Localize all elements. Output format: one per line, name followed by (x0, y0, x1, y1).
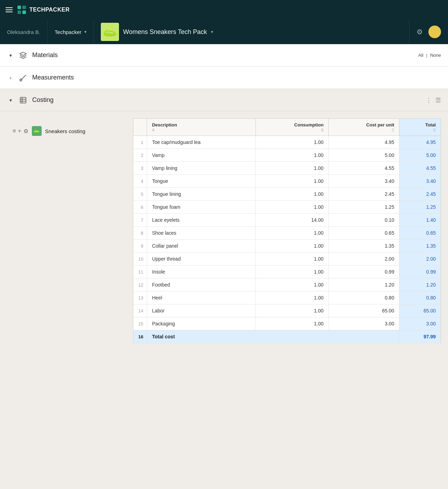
cell-cost-per-unit[interactable]: 3.40 (329, 175, 399, 188)
cell-cost-per-unit[interactable]: 1.20 (329, 278, 399, 291)
cell-description[interactable]: Packaging (147, 317, 255, 330)
cell-consumption[interactable]: 1.00 (255, 266, 329, 278)
add-row-icon[interactable]: + (18, 128, 21, 134)
cell-total[interactable]: 3.40 (399, 175, 441, 188)
col-description-header[interactable]: Description A (147, 119, 255, 136)
table-row[interactable]: 3 Vamp lining 1.00 4.55 4.55 (133, 162, 441, 175)
cell-total[interactable]: 1.20 (399, 278, 441, 291)
cell-cost-per-unit[interactable]: 1.25 (329, 201, 399, 214)
cell-description[interactable]: Vamp lining (147, 162, 255, 175)
cell-total[interactable]: 2.00 (399, 253, 441, 266)
costing-item[interactable]: ≡ + ⚙ Sneakers costing (7, 123, 133, 139)
cell-description[interactable]: Tongue lining (147, 188, 255, 201)
cell-row-num: 15 (133, 317, 147, 330)
table-row[interactable]: 12 Footbed 1.00 1.20 1.20 (133, 278, 441, 291)
cell-description[interactable]: Tongue (147, 175, 255, 188)
table-row[interactable]: 11 Insole 1.00 0.99 0.99 (133, 266, 441, 278)
cell-cost-per-unit[interactable]: 0.80 (329, 291, 399, 304)
settings-item-icon[interactable]: ⚙ (23, 128, 28, 135)
cell-total[interactable]: 2.45 (399, 188, 441, 201)
cell-description[interactable]: Insole (147, 266, 255, 278)
cell-consumption[interactable]: 1.00 (255, 201, 329, 214)
cell-description[interactable]: Shoe laces (147, 227, 255, 240)
cell-description[interactable]: Heel (147, 291, 255, 304)
costing-list-icon[interactable]: ☰ (435, 96, 441, 104)
cell-consumption[interactable]: 14.00 (255, 214, 329, 227)
measurements-toggle[interactable]: › (7, 75, 14, 81)
cell-consumption[interactable]: 1.00 (255, 240, 329, 253)
cell-cost-per-unit[interactable]: 2.00 (329, 253, 399, 266)
cell-description[interactable]: Labor (147, 304, 255, 317)
cell-consumption[interactable]: 1.00 (255, 136, 329, 149)
cell-cost-per-unit[interactable]: 4.55 (329, 162, 399, 175)
table-row[interactable]: 7 Lace eyelets 14.00 0.10 1.40 (133, 214, 441, 227)
col-cost-per-unit-header[interactable]: Cost per unit C (329, 119, 399, 136)
cell-consumption[interactable]: 1.00 (255, 278, 329, 291)
table-row[interactable]: 8 Shoe laces 1.00 0.65 0.65 (133, 227, 441, 240)
cell-description[interactable]: Tongue foam (147, 201, 255, 214)
hamburger-menu[interactable] (6, 7, 13, 12)
cell-total[interactable]: 0.80 (399, 291, 441, 304)
cell-cost-per-unit[interactable]: 65.00 (329, 304, 399, 317)
cell-consumption[interactable]: 1.00 (255, 317, 329, 330)
table-row[interactable]: 6 Tongue foam 1.00 1.25 1.25 (133, 201, 441, 214)
cell-total[interactable]: 4.55 (399, 162, 441, 175)
settings-icon[interactable]: ⚙ (416, 28, 423, 36)
cell-consumption[interactable]: 1.00 (255, 162, 329, 175)
cell-consumption[interactable]: 1.00 (255, 304, 329, 317)
cell-cost-per-unit[interactable]: 4.95 (329, 136, 399, 149)
cell-total[interactable]: 0.65 (399, 227, 441, 240)
cell-consumption[interactable]: 1.00 (255, 291, 329, 304)
cell-description[interactable]: Toe cap/mudguard lea (147, 136, 255, 149)
cell-consumption[interactable]: 1.00 (255, 188, 329, 201)
table-row[interactable]: 4 Tongue 1.00 3.40 3.40 (133, 175, 441, 188)
cell-cost-per-unit[interactable]: 0.65 (329, 227, 399, 240)
avatar[interactable] (428, 26, 441, 38)
cell-total[interactable]: 65.00 (399, 304, 441, 317)
drag-handle-icon[interactable]: ≡ (13, 128, 16, 134)
cell-cost-per-unit[interactable]: 0.99 (329, 266, 399, 278)
table-row[interactable]: 10 Upper thread 1.00 2.00 2.00 (133, 253, 441, 266)
cell-description[interactable]: Footbed (147, 278, 255, 291)
cell-total[interactable]: 1.25 (399, 201, 441, 214)
user-name: Oleksandra B. (7, 29, 40, 35)
cell-total[interactable]: 1.40 (399, 214, 441, 227)
cell-description[interactable]: Upper thread (147, 253, 255, 266)
cell-total[interactable]: 1.35 (399, 240, 441, 253)
cell-cost-per-unit[interactable]: 3.00 (329, 317, 399, 330)
cell-consumption[interactable]: 1.00 (255, 175, 329, 188)
materials-all-link[interactable]: All (418, 53, 423, 58)
cell-total[interactable]: 4.95 (399, 136, 441, 149)
table-row[interactable]: 15 Packaging 1.00 3.00 3.00 (133, 317, 441, 330)
materials-none-link[interactable]: None (430, 53, 441, 58)
table-row[interactable]: 13 Heel 1.00 0.80 0.80 (133, 291, 441, 304)
header-product[interactable]: Womens Sneakers Tech Pack ▾ (94, 20, 410, 44)
table-row[interactable]: 9 Collar panel 1.00 1.35 1.35 (133, 240, 441, 253)
cell-cost-per-unit[interactable]: 1.35 (329, 240, 399, 253)
costing-toggle[interactable]: ▾ (7, 97, 14, 103)
cell-total[interactable]: 3.00 (399, 317, 441, 330)
cell-cost-per-unit[interactable]: 0.10 (329, 214, 399, 227)
table-row[interactable]: 14 Labor 1.00 65.00 65.00 (133, 304, 441, 317)
table-row[interactable]: 1 Toe cap/mudguard lea 1.00 4.95 4.95 (133, 136, 441, 149)
cell-cost-per-unit[interactable]: 2.45 (329, 188, 399, 201)
table-row[interactable]: 2 Vamp 1.00 5.00 5.00 (133, 149, 441, 162)
header-workspace[interactable]: Techpacker ▾ (48, 20, 94, 44)
cell-total[interactable]: 5.00 (399, 149, 441, 162)
cell-cost-per-unit[interactable]: 5.00 (329, 149, 399, 162)
cell-description[interactable]: Vamp (147, 149, 255, 162)
cell-description[interactable]: Lace eyelets (147, 214, 255, 227)
cell-consumption[interactable]: 1.00 (255, 227, 329, 240)
col-total-header[interactable]: Total D (399, 119, 441, 136)
cell-consumption[interactable]: 1.00 (255, 149, 329, 162)
cell-row-num: 11 (133, 266, 147, 278)
cell-description[interactable]: Collar panel (147, 240, 255, 253)
table-row[interactable]: 5 Tongue lining 1.00 2.45 2.45 (133, 188, 441, 201)
cell-row-num: 10 (133, 253, 147, 266)
col-consumption-header[interactable]: Consumption B (255, 119, 329, 136)
costing-more-icon[interactable]: ⋮ (426, 96, 432, 104)
table-total-row: 16 Total cost 97.99 (133, 330, 441, 343)
cell-consumption[interactable]: 1.00 (255, 253, 329, 266)
materials-toggle[interactable]: ▾ (7, 53, 14, 58)
cell-total[interactable]: 0.99 (399, 266, 441, 278)
